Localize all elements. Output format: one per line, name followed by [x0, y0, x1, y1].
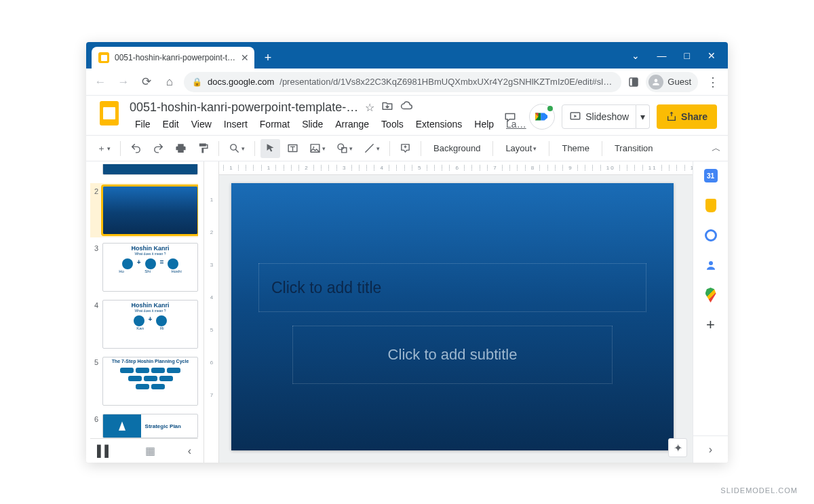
menu-tools[interactable]: Tools [376, 117, 409, 131]
shape-tool[interactable]: ▾ [332, 139, 357, 158]
menu-help[interactable]: Help [469, 117, 499, 131]
menu-slide[interactable]: Slide [296, 117, 328, 131]
image-tool[interactable]: ▾ [305, 139, 330, 158]
addons-icon[interactable]: + [703, 317, 718, 332]
menu-extensions[interactable]: Extensions [410, 117, 467, 131]
home-button[interactable]: ⌂ [161, 73, 178, 91]
slides-logo[interactable] [96, 100, 123, 127]
menu-edit[interactable]: Edit [157, 117, 185, 131]
zoom-button[interactable]: ▾ [225, 139, 249, 158]
meet-button[interactable] [529, 104, 555, 130]
slide-canvas[interactable]: Click to add title Click to add subtitle… [219, 175, 693, 463]
svg-rect-1 [632, 78, 638, 86]
filmstrip-view-icon[interactable]: ▌▌ [97, 445, 113, 457]
slide-thumb-4[interactable]: Hoshin Kanri What does it mean ? + KanRi [102, 300, 198, 349]
forward-button[interactable]: → [115, 73, 132, 91]
side-panel: 31 + › [693, 161, 728, 463]
new-tab-button[interactable]: + [258, 48, 277, 67]
undo-button[interactable] [126, 139, 146, 158]
explore-button[interactable]: ✦ [668, 438, 687, 457]
comments-button[interactable] [498, 104, 522, 129]
slide[interactable]: Click to add title Click to add subtitle [231, 183, 674, 450]
document-title[interactable]: 0051-hoshin-kanri-powerpoint-template-… [130, 100, 358, 115]
minimize-button[interactable]: — [657, 51, 667, 60]
omnibox[interactable]: 🔒 docs.google.com/presentation/d/1Vs8x22… [184, 72, 621, 92]
horizontal-ruler: ┊ 1 ┊ ┊ ┊ ┊ 1 ┊ ┊ ┊ ┊ 2 ┊ ┊ ┊ ┊ 3 ┊ ┊ ┊ … [219, 161, 693, 175]
menu-view[interactable]: View [186, 117, 217, 131]
line-tool[interactable]: ▾ [360, 139, 384, 158]
slide-number: 2 [90, 186, 98, 235]
cloud-status-icon[interactable] [400, 100, 412, 115]
browser-window: 0051-hoshin-kanri-powerpoint-t… ✕ + ⌄ — … [86, 42, 728, 463]
slide-thumb-2[interactable] [102, 186, 198, 235]
tab-title: 0051-hoshin-kanri-powerpoint-t… [115, 53, 235, 62]
grid-view-icon[interactable]: ▦ [145, 444, 155, 457]
subtitle-placeholder[interactable]: Click to add subtitle [292, 326, 613, 384]
theme-button[interactable]: Theme [555, 139, 596, 158]
redo-button[interactable] [149, 139, 168, 158]
layout-button[interactable]: Layout▾ [499, 139, 543, 158]
slide-thumb-partial[interactable] [102, 164, 198, 175]
profile-chip[interactable]: Guest [646, 72, 698, 92]
textbox-tool[interactable] [283, 139, 303, 158]
transition-button[interactable]: Transition [608, 139, 660, 158]
select-tool[interactable] [260, 139, 280, 158]
close-tab-icon[interactable]: ✕ [241, 52, 249, 63]
browser-tabstrip: 0051-hoshin-kanri-powerpoint-t… ✕ + ⌄ — … [86, 42, 728, 69]
title-placeholder[interactable]: Click to add title [258, 263, 646, 312]
slide-number: 6 [90, 414, 98, 438]
print-button[interactable] [171, 139, 191, 158]
menu-bar: File Edit View Insert Format Slide Arran… [130, 115, 491, 135]
reader-mode-icon[interactable] [627, 75, 640, 89]
new-slide-button[interactable]: ＋▾ [93, 139, 115, 158]
maps-icon[interactable] [703, 288, 718, 303]
svg-point-9 [709, 261, 713, 265]
slide-thumb-6[interactable]: Strategic Plan [102, 414, 198, 438]
slide-panel: 2 3 Hoshin Kanri What does it mean ? += … [86, 161, 204, 463]
profile-label: Guest [667, 77, 691, 87]
reload-button[interactable]: ⟳ [138, 73, 155, 91]
paint-format-button[interactable] [193, 139, 213, 158]
tasks-icon[interactable] [703, 228, 718, 243]
menu-insert[interactable]: Insert [218, 117, 253, 131]
workspace: 2 3 Hoshin Kanri What does it mean ? += … [86, 161, 728, 463]
canvas-area: 1234567 ┊ 1 ┊ ┊ ┊ ┊ 1 ┊ ┊ ┊ ┊ 2 ┊ ┊ ┊ ┊ … [204, 161, 693, 463]
slide-thumb-5[interactable]: The 7-Step Hoshin Planning Cycle [102, 357, 198, 406]
avatar-icon [648, 75, 663, 90]
menu-arrange[interactable]: Arrange [330, 117, 374, 131]
comment-tool[interactable] [395, 139, 415, 158]
toolbar: ＋▾ ▾ ▾ ▾ ▾ Background Layout▾ Theme Tran… [86, 136, 728, 161]
close-window-button[interactable]: ✕ [708, 51, 716, 60]
keep-icon[interactable] [703, 198, 718, 213]
url-path: /presentation/d/1Vs8x22C3KqZ6981HBmUQXmb… [279, 77, 613, 87]
contacts-icon[interactable] [703, 258, 718, 273]
move-icon[interactable] [381, 100, 393, 115]
slide-number: 4 [90, 300, 98, 349]
browser-tab[interactable]: 0051-hoshin-kanri-powerpoint-t… ✕ [92, 47, 254, 69]
tab-search-icon[interactable]: ⌄ [632, 51, 640, 60]
share-button[interactable]: Share [657, 104, 717, 129]
svg-point-6 [313, 147, 314, 148]
lock-icon: 🔒 [192, 77, 202, 87]
svg-rect-8 [342, 148, 347, 153]
menu-format[interactable]: Format [254, 117, 295, 131]
window-controls: ⌄ — □ ✕ [619, 42, 728, 69]
calendar-icon[interactable]: 31 [703, 168, 718, 183]
browser-menu-icon[interactable]: ⋮ [703, 75, 722, 90]
slides-favicon [98, 52, 109, 63]
maximize-button[interactable]: □ [684, 51, 690, 60]
slideshow-label: Slideshow [585, 111, 629, 122]
slide-number: 5 [90, 357, 98, 406]
collapse-toolbar-icon[interactable]: ︿ [712, 142, 721, 155]
back-button[interactable]: ← [92, 73, 109, 91]
menu-file[interactable]: File [130, 117, 156, 131]
expand-sidepanel-icon[interactable]: › [693, 435, 728, 463]
slideshow-button[interactable]: Slideshow [562, 104, 636, 129]
slideshow-dropdown[interactable]: ▾ [636, 104, 650, 129]
slide-thumb-3[interactable]: Hoshin Kanri What does it mean ? += HoSh… [102, 243, 198, 292]
collapse-panel-icon[interactable]: ‹ [188, 445, 191, 457]
background-button[interactable]: Background [427, 139, 487, 158]
docs-header: 0051-hoshin-kanri-powerpoint-template-… … [86, 96, 728, 136]
meet-status-dot [547, 106, 553, 111]
star-icon[interactable]: ☆ [365, 101, 374, 114]
